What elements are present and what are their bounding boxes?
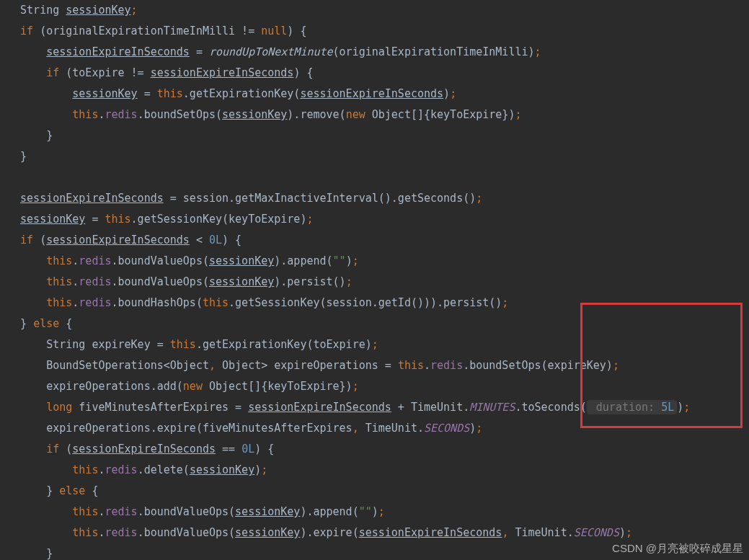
- code-line: }: [7, 150, 27, 163]
- code-line: } else {: [7, 317, 72, 330]
- code-line: String sessionKey;: [7, 4, 138, 17]
- code-line: this.redis.boundValueOps(sessionKey).app…: [7, 254, 359, 267]
- code-line: sessionKey = this.getExpirationKey(sessi…: [7, 87, 456, 100]
- code-line: BoundSetOperations<Object, Object> expir…: [7, 359, 619, 372]
- code-line: this.redis.delete(sessionKey);: [7, 463, 267, 476]
- code-line: this.redis.boundValueOps(sessionKey).exp…: [7, 526, 632, 539]
- code-line: }: [7, 547, 53, 560]
- code-line: if (sessionExpireInSeconds < 0L) {: [7, 234, 241, 246]
- code-line: sessionExpireInSeconds = session.getMaxI…: [7, 192, 482, 205]
- code-line: if (originalExpirationTimeInMilli != nul…: [7, 25, 306, 37]
- parameter-hint: duration: 5L: [587, 400, 677, 414]
- code-line: this.redis.boundHashOps(this.getSessionK…: [7, 296, 508, 309]
- code-line: this.redis.boundValueOps(sessionKey).per…: [7, 275, 353, 288]
- code-line: this.redis.boundSetOps(sessionKey).remov…: [7, 108, 521, 121]
- code-line: long fiveMinutesAfterExpires = sessionEx…: [7, 400, 690, 414]
- code-line: sessionExpireInSeconds = roundUpToNextMi…: [7, 45, 541, 58]
- code-line: } else {: [7, 484, 98, 497]
- code-line: expireOperations.expire(fiveMinutesAfter…: [7, 422, 482, 435]
- code-line: if (toExpire != sessionExpireInSeconds) …: [7, 66, 313, 79]
- code-line: this.redis.boundValueOps(sessionKey).app…: [7, 505, 385, 518]
- code-line: }: [7, 129, 53, 142]
- code-block: String sessionKey; if (originalExpiratio…: [0, 0, 749, 560]
- code-line: if (sessionExpireInSeconds == 0L) {: [7, 443, 274, 455]
- code-line: String expireKey = this.getExpirationKey…: [7, 338, 378, 351]
- code-line: expireOperations.add(new Object[]{keyToE…: [7, 380, 359, 393]
- code-line: sessionKey = this.getSessionKey(keyToExp…: [7, 213, 313, 226]
